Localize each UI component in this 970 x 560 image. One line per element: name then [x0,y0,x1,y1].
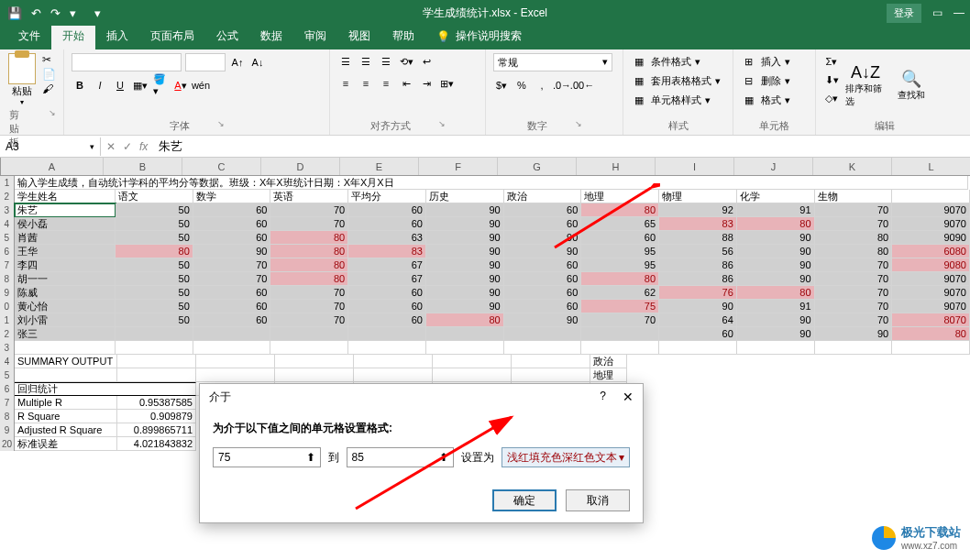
format-cells-button[interactable]: ▦格式 ▾ [741,92,808,109]
cell[interactable]: 80 [270,272,348,286]
cell[interactable]: 90 [426,258,504,272]
cell[interactable]: 9070 [892,272,970,286]
cell[interactable]: 黄心怡 [15,300,116,313]
cell[interactable]: 70 [270,286,348,300]
cell[interactable]: 张三 [15,327,116,341]
cell[interactable] [892,341,970,355]
cell[interactable]: 70 [270,300,348,313]
align-right-icon[interactable]: ≡ [378,75,394,92]
header-cell[interactable] [892,190,970,203]
row-header[interactable]: 8 [0,272,15,286]
column-header-C[interactable]: C [182,158,261,175]
copy-icon[interactable]: 📄 [42,68,56,81]
cell[interactable]: 90 [504,245,582,258]
range-picker-icon[interactable]: ⬆ [306,451,315,464]
format-select[interactable]: 浅红填充色深红色文本 ▾ [502,447,630,467]
header-cell[interactable]: 数学 [193,190,271,203]
cell[interactable]: 80 [815,245,893,258]
cell[interactable]: 50 [116,258,193,272]
cell[interactable] [581,327,659,341]
table-format-button[interactable]: ▦套用表格格式 ▾ [631,72,725,90]
header-cell[interactable]: 平均分 [348,190,426,203]
cell[interactable]: 90 [737,272,815,286]
align-left-icon[interactable]: ≡ [337,75,354,92]
cell[interactable]: 92 [659,203,737,217]
cell[interactable]: 50 [116,313,193,327]
font-size-combo[interactable] [185,53,226,71]
cell[interactable] [116,341,193,355]
cell[interactable]: 80 [581,203,659,217]
cell[interactable]: 90 [504,313,582,327]
column-header-K[interactable]: K [813,158,892,175]
cell[interactable]: 95 [581,245,659,258]
cell[interactable] [116,327,193,341]
cell[interactable]: 70 [815,272,893,286]
decrease-font-icon[interactable]: A↓ [249,54,266,71]
cell[interactable]: 朱艺 [15,203,116,217]
cell[interactable]: Multiple R [15,396,117,410]
cell[interactable]: 90 [815,327,893,341]
cell[interactable] [354,355,433,368]
column-header-F[interactable]: F [419,158,498,175]
cell[interactable]: 0.909879 [117,410,196,423]
cell[interactable]: 70 [815,286,893,300]
cell[interactable]: 90 [426,217,504,231]
header-cell[interactable]: 地理 [581,190,659,203]
cell[interactable]: 60 [193,231,271,245]
cell[interactable] [15,368,117,382]
underline-button[interactable]: U [112,77,128,93]
cell[interactable]: 60 [504,258,582,272]
cell[interactable] [275,355,354,368]
cell[interactable]: 70 [270,313,348,327]
cell[interactable]: 76 [659,286,737,300]
align-bottom-icon[interactable]: ☰ [378,53,394,70]
ribbon-display-icon[interactable]: ▭ [932,6,942,19]
cell[interactable]: 90 [737,245,815,258]
cell[interactable]: 60 [504,286,582,300]
from-value-input[interactable]: 75 ⬆ [213,447,321,467]
decrease-decimal-icon[interactable]: .00← [574,77,590,93]
column-header-B[interactable]: B [104,158,182,175]
cell[interactable]: 90 [737,231,815,245]
paste-button[interactable]: 粘贴 ▾ [7,53,37,106]
minimize-icon[interactable]: — [953,6,964,19]
cell[interactable]: 侯小磊 [15,217,116,231]
cell[interactable]: Adjusted R Square [15,423,117,437]
align-center-icon[interactable]: ≡ [358,75,374,92]
cell[interactable]: 70 [193,272,271,286]
cell[interactable] [426,327,504,341]
cell[interactable]: 83 [659,217,737,231]
cell-style-button[interactable]: ▦单元格样式 ▾ [631,92,725,109]
cell[interactable]: 90 [193,245,271,258]
header-cell[interactable]: 物理 [659,190,737,203]
bold-button[interactable]: B [72,77,88,93]
tab-review[interactable]: 审阅 [293,23,337,49]
intro-cell[interactable]: 输入学生成绩，自动统计学科的平均分等数据。班级：X年X班统计日期：X年X月X日 [15,176,968,190]
cell[interactable]: 0.899865711 [117,423,196,437]
cell[interactable] [196,355,275,368]
cell[interactable]: 80 [737,217,815,231]
cell[interactable]: 政治 [590,355,627,368]
row-header[interactable]: 9 [0,286,15,300]
decrease-indent-icon[interactable]: ⇤ [398,75,414,92]
cell[interactable] [193,341,271,355]
cell[interactable]: 60 [193,313,271,327]
tell-me[interactable]: 💡 操作说明搜索 [425,23,533,49]
align-middle-icon[interactable]: ☰ [358,53,374,70]
increase-font-icon[interactable]: A↑ [229,54,246,71]
to-value-input[interactable]: 85 ⬆ [347,447,455,467]
redo-icon[interactable]: ↷ [50,6,61,20]
cell[interactable] [117,355,196,368]
cell[interactable]: 70 [270,217,348,231]
cell[interactable]: 70 [193,258,271,272]
name-box-dropdown-icon[interactable]: ▾ [90,142,94,151]
row-header[interactable]: 1 [0,176,15,190]
cell[interactable]: 75 [581,300,659,313]
cell[interactable]: 60 [348,313,426,327]
cell[interactable]: 80 [581,272,659,286]
font-color-icon[interactable]: A▾ [172,77,189,93]
cell[interactable]: 60 [193,217,271,231]
row-header[interactable]: 2 [0,190,15,203]
cell[interactable]: 90 [426,286,504,300]
row-header[interactable]: 4 [0,355,15,368]
